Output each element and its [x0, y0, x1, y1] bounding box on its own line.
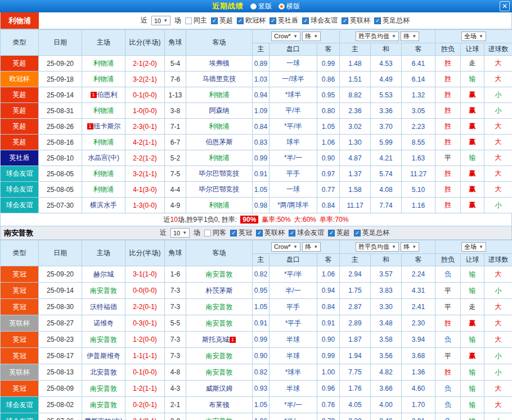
home-team-cell: 沃特福德 [82, 299, 125, 315]
match-count-select[interactable]: 10▼ [170, 228, 190, 238]
chevron-down-icon: ▼ [392, 244, 396, 249]
avg-type-select[interactable]: 胜平负均值▼ [356, 32, 399, 41]
team-name: 南安普敦 [206, 368, 233, 376]
away-team-cell: 毕尔巴鄂竞技 [186, 166, 253, 182]
corners-cell: 4-9 [165, 198, 186, 213]
asian-away-odds-cell: 0.99 [317, 348, 340, 364]
avg-draw-odds-cell: 3.57 [371, 266, 402, 283]
match-row: 英冠25-08-09南安普敦1-2(1-1)4-3威斯汉姆0.93半球0.961… [1, 381, 512, 397]
league-filter-英足总杯[interactable]: 英足总杯 [354, 228, 389, 238]
score-cell: 2-3(0-1) [125, 119, 165, 135]
col-score: 比分(半场) [125, 240, 165, 266]
layout-vertical-option[interactable]: 竖版 [250, 2, 272, 11]
league-filter-英联杯[interactable]: 英联杯 [342, 16, 370, 25]
away-team-cell: 布莱顿 [186, 397, 253, 413]
handicap-result-cell: 输 [461, 413, 484, 420]
league-filter-英社盾[interactable]: 英社盾 [270, 16, 298, 25]
league-type-cell: 英冠 [1, 348, 39, 364]
avg-away-odds-cell: 3.05 [402, 103, 435, 119]
team-name: 诺维奇 [93, 319, 114, 327]
league-filter-英足总杯[interactable]: 英足总杯 [374, 16, 410, 25]
same-away-checkbox[interactable]: 同客 [204, 228, 226, 238]
avg-home-odds-cell: 4.87 [340, 150, 371, 166]
chevron-down-icon: ▼ [313, 34, 318, 39]
league-filter-英超[interactable]: 英超 [328, 228, 350, 238]
col-handicap: 让球 [461, 254, 484, 266]
avg-home-odds-cell: 2.36 [340, 103, 371, 119]
result-cell: 胜 [435, 103, 461, 119]
result-cell: 负 [435, 413, 461, 420]
odds-company-value: Crow* [274, 243, 291, 250]
asian-away-odds-cell: 0.90 [317, 332, 340, 348]
league-type-cell: 英社盾 [1, 150, 39, 166]
scope-select[interactable]: 全场▼ [461, 32, 486, 41]
date-cell: 25-08-30 [39, 299, 82, 315]
checkbox-checked-icon [289, 230, 295, 236]
team-name: 爱斯宾奴(中) [84, 417, 123, 420]
layout-horizontal-option[interactable]: 横版 [279, 2, 300, 11]
asian-away-odds-cell: 0.99 [317, 56, 340, 72]
league-filter-球会友谊[interactable]: 球会友谊 [302, 16, 338, 25]
home-team-cell: 利物浦 [82, 72, 125, 87]
league-filter-英冠[interactable]: 英冠 [230, 228, 252, 238]
goals-cell: 大 [484, 135, 512, 150]
summary-record-text: 场,胜9平1负0, 胜率: [178, 215, 237, 225]
league-type-cell: 球会友谊 [1, 397, 39, 413]
corners-cell: 7-3 [165, 332, 186, 348]
handicap-result-cell: 赢 [461, 119, 484, 135]
date-cell: 25-09-20 [39, 266, 82, 283]
scope-header-group: 全场▼ [435, 30, 512, 43]
topbar-center: 近期战绩 竖版 横版 [0, 1, 512, 11]
score-cell: 1-3(0-0) [125, 198, 165, 213]
handicap-result-cell: 输 [461, 397, 484, 413]
team-name: 南安普敦 [206, 352, 233, 360]
date-cell: 25-08-10 [39, 150, 82, 166]
asian-away-odds-cell: 1.05 [317, 119, 340, 135]
home-team-cell: 利物浦 [82, 166, 125, 182]
asian-away-odds-cell: 1.00 [317, 364, 340, 381]
home-team-cell: 南安普敦 [82, 283, 125, 299]
games-label: 场 [174, 16, 181, 25]
handicap-result-cell: 输 [461, 72, 484, 87]
same-home-checkbox[interactable]: 同主 [185, 16, 207, 25]
score-cell: 0-0(0-0) [125, 283, 165, 299]
asian-away-odds-cell: 0.86 [317, 72, 340, 87]
team-name-southampton: 南安普敦 [1, 228, 38, 238]
handicap-result-cell: 输 [461, 283, 484, 299]
odds-time-select[interactable]: 终▼ [302, 32, 321, 41]
scope-select[interactable]: 全场▼ [461, 242, 486, 252]
handicap-line-cell: 半球 [270, 348, 317, 364]
away-team-cell: 斯托克城1 [186, 332, 253, 348]
league-filter-label: 欧冠杯 [245, 16, 266, 25]
asian-home-odds-cell: 0.98 [253, 198, 270, 213]
header-controls-row: 类型 日期 主场 比分(半场) 角球 客场 Crow*▼ 终▼ 胜平负均值▼ 终… [1, 30, 512, 43]
match-count-select[interactable]: 10▼ [151, 16, 170, 25]
away-team-cell: 朴茨茅斯 [186, 283, 253, 299]
result-cell: 平 [435, 283, 461, 299]
league-filter-欧冠杯[interactable]: 欧冠杯 [237, 16, 266, 25]
odds-company-select[interactable]: Crow*▼ [271, 242, 300, 252]
goals-cell: 大 [484, 72, 512, 87]
avg-type-select[interactable]: 胜平负均值▼ [356, 242, 399, 252]
southampton-filters: 近 10▼ 场 同客 英冠英联杯球会友谊英超英足总杯 [38, 228, 511, 238]
checkbox-checked-icon [354, 230, 361, 236]
league-type-cell: 英冠 [1, 381, 39, 397]
handicap-result-cell: 赢 [461, 315, 484, 332]
chevron-down-icon: ▼ [479, 244, 483, 249]
goals-cell: 小 [484, 348, 512, 364]
league-filter-球会友谊[interactable]: 球会友谊 [289, 228, 324, 238]
handicap-line-cell: *两/两球半 [270, 198, 317, 213]
odds-time-select[interactable]: 终▼ [302, 242, 321, 252]
close-button[interactable]: ✕ [500, 1, 510, 11]
league-filter-英联杯[interactable]: 英联杯 [256, 228, 285, 238]
team-name: 毕尔巴鄂竞技 [199, 185, 240, 193]
team-name: 赫尔城 [93, 270, 114, 278]
col-avg-home: 主 [340, 43, 371, 56]
avg-time-select[interactable]: 终▼ [401, 32, 419, 41]
league-filter-group: 英超欧冠杯英社盾球会友谊英联杯英足总杯 [211, 16, 410, 25]
team-name: 利物浦 [93, 75, 114, 83]
odds-company-select[interactable]: Crow*▼ [271, 32, 300, 41]
score-cell: 2-1(2-0) [125, 56, 165, 72]
avg-time-select[interactable]: 终▼ [401, 242, 419, 252]
league-filter-英超[interactable]: 英超 [211, 16, 233, 25]
